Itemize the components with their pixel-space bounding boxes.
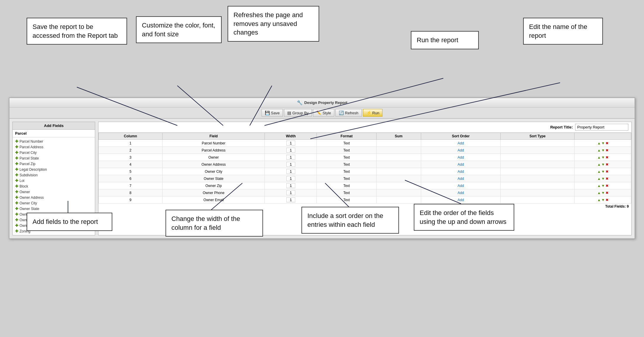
col-width[interactable] (265, 140, 317, 147)
sort-order-add-link[interactable]: Add (458, 148, 464, 152)
delete-button[interactable]: ✖ (606, 177, 609, 181)
move-up-button[interactable]: ▲ (597, 184, 601, 188)
field-item[interactable]: ✚Block (13, 183, 95, 189)
style-button[interactable]: ✏️ Style (313, 109, 334, 117)
delete-button[interactable]: ✖ (606, 155, 609, 159)
col-number: 1 (99, 140, 163, 147)
sort-order-add-link[interactable]: Add (458, 155, 464, 159)
move-up-button[interactable]: ▲ (597, 198, 601, 202)
col-width[interactable] (265, 175, 317, 182)
col-sort-order[interactable]: Add (421, 182, 501, 189)
field-item[interactable]: ✚Subdivision (13, 172, 95, 178)
col-sort-order[interactable]: Add (421, 161, 501, 168)
run-button[interactable]: ⚡ Run (363, 109, 383, 117)
move-up-button[interactable]: ▲ (597, 191, 601, 195)
col-sort-order[interactable]: Add (421, 147, 501, 154)
move-up-button[interactable]: ▲ (597, 177, 601, 181)
col-actions: ▲ ▼ ✖ (575, 168, 631, 175)
move-up-button[interactable]: ▲ (597, 170, 601, 174)
field-item[interactable]: ✚Parcel State (13, 155, 95, 161)
width-input[interactable] (286, 176, 295, 181)
sort-order-add-link[interactable]: Add (458, 162, 464, 167)
col-actions: ▲ ▼ ✖ (575, 154, 631, 161)
field-item[interactable]: ✚Owner Address (13, 195, 95, 200)
field-item[interactable]: ✚Owner City (13, 200, 95, 206)
move-up-button[interactable]: ▲ (597, 155, 601, 159)
refresh-button[interactable]: 🔄 Refresh (335, 109, 362, 117)
delete-button[interactable]: ✖ (606, 170, 609, 174)
delete-button[interactable]: ✖ (606, 141, 609, 145)
sort-order-add-link[interactable]: Add (458, 191, 464, 195)
delete-button[interactable]: ✖ (606, 191, 609, 195)
col-width[interactable] (265, 168, 317, 175)
width-input[interactable] (286, 197, 295, 202)
field-item[interactable]: ✚Owner (13, 189, 95, 195)
report-title-input[interactable] (575, 124, 628, 131)
col-field: Parcel Number (162, 140, 265, 147)
field-item[interactable]: ✚Parcel City (13, 150, 95, 155)
col-sort-order[interactable]: Add (421, 140, 501, 147)
move-up-button[interactable]: ▲ (597, 141, 601, 145)
move-down-button[interactable]: ▼ (601, 141, 605, 145)
width-input[interactable] (286, 169, 295, 174)
col-sort-order[interactable]: Add (421, 154, 501, 161)
move-down-button[interactable]: ▼ (601, 162, 605, 167)
save-button[interactable]: 💾 Save (262, 109, 283, 117)
refresh-icon: 🔄 (339, 110, 344, 115)
col-sort-order[interactable]: Add (421, 196, 501, 203)
field-label: Parcel Address (20, 145, 43, 149)
move-down-button[interactable]: ▼ (601, 198, 605, 202)
delete-button[interactable]: ✖ (606, 148, 609, 152)
field-item[interactable]: ✚Parcel Zip (13, 161, 95, 167)
move-up-button[interactable]: ▲ (597, 162, 601, 167)
delete-button[interactable]: ✖ (606, 162, 609, 167)
table-row: 2Parcel AddressTextAdd ▲ ▼ ✖ (99, 147, 631, 154)
col-width[interactable] (265, 196, 317, 203)
field-label: Lot (20, 179, 25, 183)
width-input[interactable] (286, 162, 295, 167)
field-item[interactable]: ✚Lot (13, 178, 95, 183)
width-input[interactable] (286, 141, 295, 146)
move-down-button[interactable]: ▼ (601, 170, 605, 174)
field-label: Owner Address (20, 196, 44, 200)
col-width[interactable] (265, 189, 317, 196)
field-item[interactable]: ✚Parcel Number (13, 139, 95, 144)
sort-order-add-link[interactable]: Add (458, 184, 464, 188)
col-sort-order[interactable]: Add (421, 189, 501, 196)
sort-order-add-link[interactable]: Add (458, 141, 464, 145)
col-actions: ▲ ▼ ✖ (575, 147, 631, 154)
sort-order-add-link[interactable]: Add (458, 198, 464, 202)
table-header: Width (265, 133, 317, 140)
field-item[interactable]: ✚Legal Description (13, 167, 95, 172)
move-up-button[interactable]: ▲ (597, 148, 601, 152)
move-down-button[interactable]: ▼ (601, 155, 605, 159)
col-width[interactable] (265, 182, 317, 189)
col-sort-order[interactable]: Add (421, 175, 501, 182)
move-down-button[interactable]: ▼ (601, 184, 605, 188)
table-row: 1Parcel NumberTextAdd ▲ ▼ ✖ (99, 140, 631, 147)
col-width[interactable] (265, 147, 317, 154)
sort-order-add-link[interactable]: Add (458, 170, 464, 174)
group-by-button[interactable]: ▤ Group By (284, 109, 312, 117)
field-item[interactable]: ✚Parcel Address (13, 144, 95, 150)
width-input[interactable] (286, 183, 295, 188)
plus-icon: ✚ (15, 218, 18, 222)
delete-button[interactable]: ✖ (606, 198, 609, 202)
field-item[interactable]: ✚Owner State (13, 206, 95, 211)
move-down-button[interactable]: ▼ (601, 148, 605, 152)
plus-icon: ✚ (15, 167, 18, 172)
move-down-button[interactable]: ▼ (601, 177, 605, 181)
move-down-button[interactable]: ▼ (601, 191, 605, 195)
col-format: Text (317, 147, 377, 154)
width-input[interactable] (286, 190, 295, 195)
sort-order-add-link[interactable]: Add (458, 177, 464, 181)
style-icon: ✏️ (316, 110, 321, 115)
col-sort-order[interactable]: Add (421, 168, 501, 175)
col-width[interactable] (265, 154, 317, 161)
delete-button[interactable]: ✖ (606, 184, 609, 188)
field-label: Block (20, 184, 28, 188)
width-input[interactable] (286, 148, 295, 153)
width-input[interactable] (286, 155, 295, 160)
callout-add-fields: Add fields to the report (27, 213, 112, 231)
col-width[interactable] (265, 161, 317, 168)
